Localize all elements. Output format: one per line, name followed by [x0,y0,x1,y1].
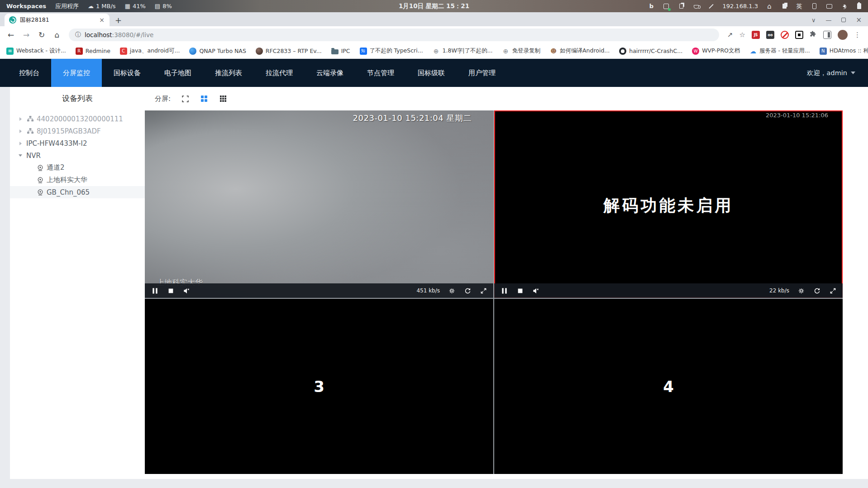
extension-glasses-icon[interactable]: oo [766,31,774,39]
mute-button[interactable] [182,287,191,295]
tree-item-通道2[interactable]: 通道2 [10,162,145,174]
memory-indicator[interactable]: ▤ 8% [155,3,172,10]
memory-value: 8% [162,3,172,10]
app-indicator-icon[interactable] [663,3,670,10]
share-icon[interactable]: ↗ [727,31,733,39]
chevron-down-icon[interactable] [19,154,22,157]
chevron-right-icon[interactable] [19,117,22,121]
bookmark-item-12[interactable]: ☁服务器 - 轻量应用... [749,47,810,55]
tree-item-8J01915PAGB3ADF[interactable]: 8J01915PAGB3ADF [10,125,145,137]
bing-tray-icon[interactable]: b [648,3,655,10]
bookmark-item-13[interactable]: NHDAtmos :: 种子 *... [820,47,868,55]
nav-item-4[interactable]: 推流列表 [203,59,254,87]
stop-button[interactable] [516,287,524,295]
mute-button[interactable] [532,287,540,295]
profile-avatar[interactable] [838,30,848,40]
chevron-right-icon[interactable] [19,142,22,145]
grid-3x3-button[interactable] [219,94,228,103]
nav-item-0[interactable]: 控制台 [7,59,51,87]
video2-osd-timestamp: 2023-01-10 15:21:06 [766,112,828,119]
site-info-icon[interactable]: ⓘ [75,31,81,39]
address-bar[interactable]: ⓘ localhost:38080/#/live [69,29,719,41]
bookmark-item-2[interactable]: Cjava、android可... [120,47,180,55]
pause-button[interactable] [151,287,159,295]
extensions-puzzle-icon[interactable] [810,30,817,39]
nav-item-9[interactable]: 用户管理 [457,59,507,87]
bookmark-item-6[interactable]: 知了不起的 TypeScri... [360,47,423,55]
video-cell-1[interactable]: 2023-01-10 15:21:04 星期二 上地科实大华 451 kb/s [145,110,493,298]
refresh-button[interactable] [463,287,472,295]
home-tray-icon[interactable]: ⌂ [766,3,773,10]
extension-adblock-icon[interactable] [781,31,789,39]
user-menu[interactable]: 欢迎，admin [807,69,868,77]
chevron-right-icon[interactable] [19,129,22,133]
extension-frame-icon[interactable] [795,31,803,39]
window-maximize-button[interactable] [841,18,846,22]
nav-item-1[interactable]: 分屏监控 [51,59,102,87]
hdatmos-favicon-icon: N [820,48,827,55]
stop-button[interactable] [167,287,175,295]
applications-menu[interactable]: 应用程序 [55,2,79,10]
side-panel-icon[interactable] [823,31,831,39]
bookmark-item-11[interactable]: WWVP-PRO文档 [692,47,740,55]
display-icon[interactable] [825,3,833,10]
extension-js-icon[interactable]: JS [752,31,760,39]
volume-icon[interactable] [840,3,848,10]
coffee-caffeine-icon[interactable] [692,3,700,10]
bookmark-item-10[interactable]: hairrrrr/C-CrashC... [619,48,682,55]
bookmark-item-4[interactable]: RFC2833 – RTP Ev... [256,48,322,55]
clock[interactable]: 1月10日 星期二 15：21 [399,2,469,10]
screwdriver-tool-icon[interactable] [707,3,715,10]
cpu-indicator[interactable]: ▦ 41% [125,3,146,10]
bookmark-item-9[interactable]: ☻如何编译Android... [550,47,610,55]
phone-link-icon[interactable] [811,3,818,10]
video-cell-4[interactable]: 4 [494,299,843,474]
browser-tab-active[interactable]: 国标28181 × [5,14,110,26]
video-cell-2-selected[interactable]: 2023-01-10 15:21:06 解码功能未启用 22 kb/s [494,110,843,298]
bookmark-item-7[interactable]: ⊕1.8W字|了不起的... [433,47,493,55]
clipboard-icon[interactable] [677,3,685,10]
bookmark-star-icon[interactable]: ☆ [739,31,745,39]
new-tab-button[interactable]: + [110,15,127,26]
bookmark-item-1[interactable]: RRedmine [76,48,110,55]
grid-2x2-button[interactable] [200,94,209,103]
tree-item-上地科实大华[interactable]: 上地科实大华 [10,174,145,186]
browser-menu-kebab-icon[interactable]: ⋮ [854,31,861,39]
ip-address-indicator[interactable]: 192.168.1.3 [722,3,758,10]
home-button[interactable]: ⌂ [51,29,63,41]
bookmark-item-5[interactable]: IPC [331,48,350,54]
bookmark-item-8[interactable]: ⊕免登录复制 [502,47,540,55]
settings-gear-button[interactable] [448,287,456,295]
single-screen-button[interactable] [181,94,190,103]
fullscreen-button[interactable] [829,287,837,295]
tree-item-GB_Chn_065[interactable]: GB_Chn_065 [10,186,145,198]
tree-item-NVR[interactable]: NVR [10,149,145,162]
tree-item-IPC-HFW4433M-I2[interactable]: IPC-HFW4433M-I2 [10,137,145,149]
workspaces-button[interactable]: Workspaces [6,3,46,10]
nav-item-7[interactable]: 节点管理 [355,59,406,87]
input-method-indicator[interactable]: 英 [796,3,803,10]
fullscreen-button[interactable] [479,287,487,295]
nav-item-5[interactable]: 拉流代理 [254,59,305,87]
refresh-button[interactable] [813,287,821,295]
settings-gear-button[interactable] [797,287,805,295]
window-minimize-button[interactable]: — [825,17,831,24]
tree-item-44020000013200000111[interactable]: 44020000013200000111 [10,113,145,125]
windows-stack-icon[interactable] [781,3,788,10]
window-close-button[interactable]: × [856,16,862,24]
nav-item-8[interactable]: 国标级联 [406,59,457,87]
reload-button[interactable]: ↻ [35,29,48,41]
tab-search-chevron-icon[interactable]: ∨ [811,17,816,24]
back-button[interactable]: ← [5,29,17,41]
video-cell-3[interactable]: 3 [145,299,493,474]
net-speed-indicator[interactable]: ☁ 1 MB/s [88,3,116,10]
nav-item-2[interactable]: 国标设备 [102,59,153,87]
bookmark-item-3[interactable]: QNAP Turbo NAS [189,48,246,55]
nav-item-6[interactable]: 云端录像 [305,59,355,87]
pause-button[interactable] [500,287,508,295]
forward-button[interactable]: → [20,29,33,41]
tab-close-icon[interactable]: × [98,16,106,24]
battery-icon[interactable] [855,3,863,10]
nav-item-3[interactable]: 电子地图 [153,59,203,87]
bookmark-item-0[interactable]: ≡Webstack - 设计... [6,47,66,55]
